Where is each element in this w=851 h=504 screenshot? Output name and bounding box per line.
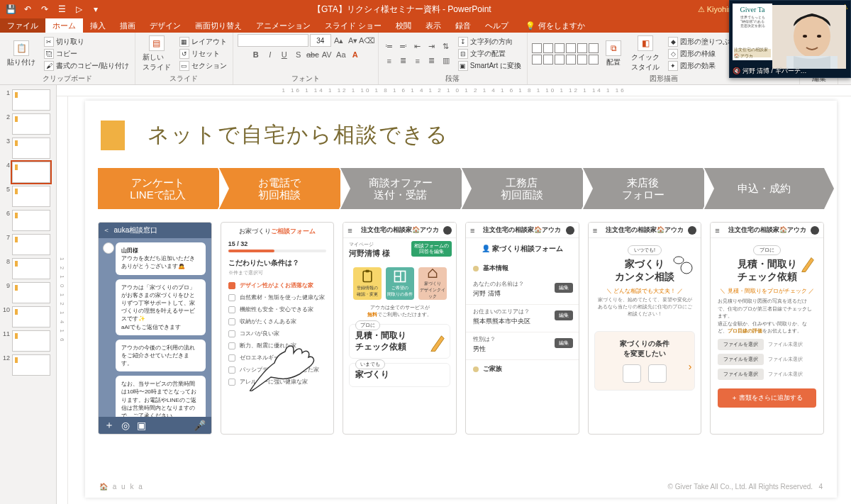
strike-button[interactable]: abc (306, 48, 319, 61)
increase-font-icon[interactable]: A▴ (333, 34, 345, 47)
redo-icon[interactable]: ↷ (38, 3, 51, 16)
chevron-step[interactable]: 工務店初回面談 (462, 168, 582, 209)
align-left-icon[interactable]: ≡ (383, 55, 396, 67)
indent-inc-icon[interactable]: ⇥ (425, 40, 438, 53)
shape-effects-button[interactable]: ✦図形の効果 (667, 60, 738, 72)
save-icon[interactable]: 💾 (4, 3, 17, 16)
slide-thumb[interactable]: 5 (0, 184, 56, 208)
tab-home[interactable]: ホーム (45, 18, 83, 33)
shape-fill-button[interactable]: ◆図形の塗りつぶし (667, 36, 738, 47)
tab-design[interactable]: デザイン (143, 18, 188, 33)
justify-icon[interactable]: ≣ (425, 55, 438, 67)
format-painter-button[interactable]: 🖌書式のコピー/貼り付け (43, 60, 130, 72)
chevron-right-icon: › (689, 361, 692, 372)
reset-button[interactable]: ↺リセット (178, 48, 228, 60)
bullets-icon[interactable]: ≔ (383, 40, 396, 53)
chevron-step[interactable]: アンケートLINEで記入 (98, 168, 218, 209)
shadow-button[interactable]: S (292, 48, 305, 61)
file-select-button: ファイルを選択 (718, 369, 764, 380)
tab-help[interactable]: ヘルプ (478, 18, 516, 33)
tab-review[interactable]: 校閲 (389, 18, 418, 33)
edit-badge: 相談フォームの 回答を編集 (411, 241, 452, 257)
group-label-clipboard: クリップボード (4, 73, 130, 84)
section-button[interactable]: ▭セクション (178, 60, 228, 72)
lightbulb-icon: 💡 (525, 21, 535, 30)
tab-transitions[interactable]: 画面切り替え (188, 18, 249, 33)
italic-button[interactable]: I (264, 48, 277, 61)
slide-title[interactable]: ネットで自宅から相談できる (148, 121, 824, 150)
slide-thumb[interactable]: 9 (0, 281, 56, 305)
form-title: お家づくりご相談フォーム (221, 223, 334, 240)
mock-form-survey: お家づくりご相談フォーム 15 / 32 こだわりたい条件は？ ※件まで選択可 … (221, 222, 335, 435)
thumbnail-pane[interactable]: 123456789101112 (0, 85, 57, 504)
font-family-select[interactable] (238, 34, 308, 47)
align-center-icon[interactable]: ≣ (397, 55, 410, 67)
scissors-icon: ✂ (44, 37, 54, 47)
chevron-step[interactable]: 商談オファー送付・受諾 (340, 168, 460, 209)
arrange-button[interactable]: ⧉配置 (603, 40, 624, 67)
cut-button[interactable]: ✂切り取り (43, 36, 130, 47)
slide-edit-area[interactable]: 1 16 1 14 1 12 1 10 1 8 1 6 1 4 1 2 1 0 … (57, 85, 851, 504)
chat-bubble: アウカは「家づくりのプロ」がお客さまの家づくりをひとりずつ丁寧サポートして、家づ… (116, 279, 206, 335)
slide-thumb[interactable]: 1 (0, 88, 56, 112)
paste-button[interactable]: 📋 貼り付け (4, 40, 38, 67)
tab-insert[interactable]: 挿入 (83, 18, 113, 33)
line-spacing-icon[interactable]: ⇅ (440, 40, 452, 53)
ruler-horizontal: 1 16 1 14 1 12 1 10 1 8 1 6 1 4 1 2 1 0 … (57, 85, 851, 96)
tab-animation[interactable]: アニメーション (249, 18, 318, 33)
bold-button[interactable]: B (250, 48, 262, 61)
start-icon[interactable]: ▷ (72, 3, 85, 16)
slide-thumb[interactable]: 11 (0, 329, 56, 353)
tab-record[interactable]: 録音 (448, 18, 478, 33)
ruler-vertical: 1 2 1 0 1 2 1 4 1 6 (57, 96, 68, 504)
slide-thumb[interactable]: 3 (0, 136, 56, 160)
video-participant-tile[interactable]: ⚠ Giver Ta 世界でもっとも"納得感"のある意思決定を創る 注文住宅の相… (729, 0, 851, 78)
shape-outline-button[interactable]: ◇図形の枠線 (667, 48, 738, 60)
tab-draw[interactable]: 描画 (113, 18, 143, 33)
text-align-button[interactable]: ⊟文字の配置 (457, 48, 523, 60)
case-button[interactable]: Aa (335, 48, 347, 61)
chevron-step[interactable]: お電話で初回相談 (219, 168, 339, 209)
checkbox-icon (228, 366, 235, 374)
slide-thumb[interactable]: 12 (0, 353, 56, 377)
svg-rect-1 (365, 270, 369, 272)
checkbox-icon (228, 330, 235, 337)
align-right-icon[interactable]: ≡ (411, 55, 424, 67)
slide-thumb[interactable]: 4 (0, 160, 56, 184)
layout-button[interactable]: ▦レイアウト (178, 36, 228, 47)
touch-mode-icon[interactable]: ☰ (55, 3, 68, 16)
pointing-hand-icon (250, 327, 335, 391)
slide-thumb[interactable]: 6 (0, 208, 56, 233)
indent-dec-icon[interactable]: ⇤ (411, 40, 424, 53)
tell-me-search[interactable]: 💡 何をしますか (525, 18, 585, 33)
smartart-button[interactable]: ▣SmartArt に変換 (457, 60, 523, 72)
checkbox-icon (228, 306, 235, 313)
slide-thumb[interactable]: 10 (0, 305, 56, 329)
copy-button[interactable]: ⿻コピー (43, 48, 130, 60)
chevron-step[interactable]: 申込・成約 (704, 168, 824, 209)
chevron-step[interactable]: 来店後フォロー (583, 168, 703, 209)
text-direction-button[interactable]: ↧文字列の方向 (457, 36, 523, 47)
tab-file[interactable]: ファイル (0, 18, 45, 33)
process-chevrons[interactable]: アンケートLINEで記入お電話で初回相談商談オファー送付・受諾工務店初回面談来店… (98, 168, 824, 209)
slide-thumb[interactable]: 2 (0, 112, 56, 136)
shape-gallery[interactable] (532, 43, 599, 65)
slide-thumb[interactable]: 8 (0, 257, 56, 281)
undo-icon[interactable]: ↶ (21, 3, 34, 16)
quick-styles-button[interactable]: ◧クイック スタイル (628, 35, 662, 72)
tab-slideshow[interactable]: スライド ショー (318, 18, 389, 33)
edit-button: 編集 (555, 283, 573, 293)
qat-more-icon[interactable]: ▾ (89, 3, 102, 16)
slide-canvas[interactable]: ネットで自宅から相談できる アンケートLINEで記入お電話で初回相談商談オファー… (85, 101, 837, 498)
font-color-button[interactable]: A (349, 48, 362, 61)
new-slide-button[interactable]: ▤ 新しい スライド (140, 35, 174, 72)
numbering-icon[interactable]: ≕ (397, 40, 410, 53)
columns-icon[interactable]: ▥ (440, 55, 452, 67)
clear-format-icon[interactable]: A⌫ (361, 34, 374, 47)
underline-button[interactable]: U (278, 48, 291, 61)
tab-view[interactable]: 表示 (418, 18, 448, 33)
slide-thumb[interactable]: 7 (0, 233, 56, 257)
char-spacing-button[interactable]: AV (321, 48, 333, 61)
font-size-select[interactable]: 34 (310, 34, 331, 47)
decrease-font-icon[interactable]: A▾ (347, 34, 360, 47)
